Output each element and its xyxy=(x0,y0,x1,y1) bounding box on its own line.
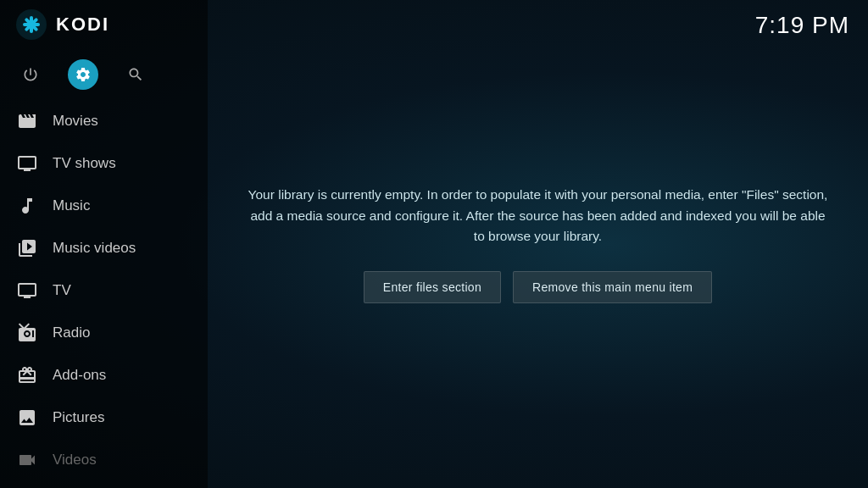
addons-icon xyxy=(15,363,39,387)
logo-area: KODI xyxy=(0,8,208,41)
search-icon xyxy=(127,66,144,83)
tv-label: TV xyxy=(53,282,71,299)
addons-label: Add-ons xyxy=(53,367,106,384)
music-videos-icon xyxy=(15,236,39,260)
message-box: Your library is currently empty. In orde… xyxy=(229,185,848,303)
top-bar: KODI xyxy=(0,0,208,49)
sidebar-item-pictures[interactable]: Pictures xyxy=(0,396,208,439)
videos-icon xyxy=(15,448,39,472)
pictures-icon xyxy=(15,406,39,430)
app-title: KODI xyxy=(56,14,109,36)
main-content: Your library is currently empty. In orde… xyxy=(208,0,868,488)
kodi-logo-icon xyxy=(15,8,47,41)
sidebar-item-videos[interactable]: Videos xyxy=(0,439,208,481)
sidebar-item-tv-shows[interactable]: TV shows xyxy=(0,142,208,185)
sidebar-item-music[interactable]: Music xyxy=(0,185,208,227)
videos-label: Videos xyxy=(53,452,97,469)
icons-row xyxy=(0,49,208,97)
remove-menu-item-button[interactable]: Remove this main menu item xyxy=(513,271,712,303)
sidebar: KODI Movies xyxy=(0,0,208,488)
settings-icon xyxy=(75,66,92,83)
tv-shows-label: TV shows xyxy=(53,155,116,172)
search-button[interactable] xyxy=(120,59,151,90)
tv-shows-icon xyxy=(15,152,39,175)
movies-label: Movies xyxy=(53,113,98,130)
sidebar-item-addons[interactable]: Add-ons xyxy=(0,354,208,396)
power-icon xyxy=(22,66,39,83)
sidebar-item-movies[interactable]: Movies xyxy=(0,100,208,142)
music-label: Music xyxy=(53,197,90,214)
settings-button[interactable] xyxy=(68,59,98,90)
pictures-label: Pictures xyxy=(53,409,104,426)
movies-icon xyxy=(15,109,39,133)
music-videos-label: Music videos xyxy=(53,240,136,257)
radio-label: Radio xyxy=(53,324,90,341)
sidebar-item-radio[interactable]: Radio xyxy=(0,312,208,354)
power-button[interactable] xyxy=(15,59,46,90)
nav-menu: Movies TV shows Music Music videos TV xyxy=(0,100,208,488)
library-empty-message: Your library is currently empty. In orde… xyxy=(246,185,831,247)
sidebar-item-tv[interactable]: TV xyxy=(0,269,208,312)
radio-icon xyxy=(15,321,39,345)
music-icon xyxy=(15,194,39,218)
sidebar-item-music-videos[interactable]: Music videos xyxy=(0,227,208,269)
enter-files-button[interactable]: Enter files section xyxy=(364,271,501,303)
tv-icon xyxy=(15,279,39,302)
action-buttons: Enter files section Remove this main men… xyxy=(246,271,831,303)
